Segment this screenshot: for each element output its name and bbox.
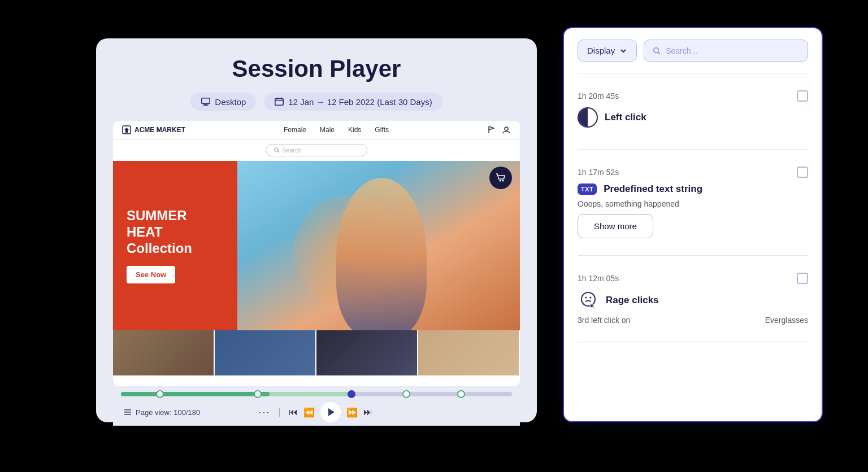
event-checkbox-1[interactable] — [797, 90, 808, 102]
progress-dot-current — [348, 390, 355, 398]
svg-point-19 — [584, 113, 592, 121]
search-placeholder: Search... — [666, 46, 697, 55]
cart-overlay-button[interactable] — [489, 167, 512, 189]
event-time-2: 1h 17m 52s — [578, 168, 619, 177]
panel-search-box[interactable]: Search... — [644, 40, 808, 62]
rage-sub-row: 3rd left click on Everglasses — [578, 316, 808, 325]
progress-area: Page view: 100/180 ··· | ⏮ ⏪ ⏩ ⏭ — [113, 386, 520, 426]
svg-line-10 — [278, 151, 280, 153]
svg-rect-3 — [275, 99, 283, 106]
fast-forward-button[interactable]: ⏩ — [346, 407, 358, 418]
desktop-icon — [201, 97, 211, 107]
svg-rect-0 — [202, 98, 210, 104]
nav-links: Female Male Kids Gifts — [284, 126, 389, 134]
event-time-3: 1h 12m 05s — [578, 274, 619, 283]
event-sub-2: Ooops, something happened — [578, 199, 808, 208]
event-time-1: 1h 20m 45s — [578, 91, 619, 100]
divider-2 — [578, 255, 808, 256]
thumbnail-1 — [113, 330, 215, 375]
thumbnail-2 — [215, 330, 316, 375]
skip-to-end-button[interactable]: ⏭ — [363, 407, 372, 417]
device-badge[interactable]: Desktop — [190, 93, 256, 111]
event-detail-1: Left click — [578, 107, 808, 128]
svg-point-8 — [505, 127, 508, 130]
rage-sub-text: 3rd left click on — [578, 316, 630, 325]
svg-line-18 — [658, 52, 661, 54]
hero-section: SUMMER HEAT Collection See Now — [113, 161, 520, 330]
event-detail-3: Rage clicks — [578, 290, 808, 311]
event-name-1: Left click — [605, 112, 646, 123]
hero-cta-button[interactable]: See Now — [127, 266, 175, 283]
browser-search-input[interactable]: Search — [266, 144, 367, 156]
svg-point-11 — [500, 180, 501, 182]
rage-icon-svg — [578, 290, 598, 311]
svg-point-12 — [502, 180, 504, 182]
event-item-left-click: 1h 20m 45s Left click — [578, 82, 808, 140]
txt-icon: TXT — [578, 183, 597, 195]
svg-point-17 — [654, 47, 659, 53]
thumbnail-4 — [418, 330, 520, 375]
play-icon — [326, 407, 336, 417]
event-time-row-2: 1h 17m 52s — [578, 167, 808, 178]
svg-point-9 — [275, 148, 278, 151]
progress-dot-5 — [457, 390, 465, 398]
cart-icon — [495, 172, 506, 183]
hero-text-box: SUMMER HEAT Collection See Now — [113, 161, 237, 330]
divider-1 — [578, 149, 808, 150]
progress-dot-1 — [156, 390, 164, 398]
search-icon — [652, 46, 661, 55]
center-controls: ··· | ⏮ ⏪ ⏩ ⏭ — [259, 402, 372, 422]
display-dropdown[interactable]: Display — [578, 40, 637, 62]
panel-header: Display Search... — [578, 40, 808, 62]
player-controls: Desktop 12 Jan → 12 Feb 2022 (Last 30 Da… — [113, 93, 520, 111]
event-time-row-1: 1h 20m 45s — [578, 90, 808, 102]
page-view-label: Page view: 100/180 — [123, 408, 200, 417]
thumbnail-3 — [316, 330, 418, 375]
event-time-row-3: 1h 12m 05s — [578, 273, 808, 284]
left-click-icon — [578, 107, 598, 128]
show-more-button[interactable]: Show more — [578, 214, 653, 238]
rage-product: Everglasses — [765, 316, 808, 325]
event-item-rage-clicks: 1h 12m 05s Rage clicks 3rd left click on… — [578, 265, 808, 333]
skip-to-start-button[interactable]: ⏮ — [289, 407, 298, 417]
progress-dot-2 — [254, 390, 262, 398]
event-checkbox-3[interactable] — [797, 273, 808, 284]
hero-title: SUMMER HEAT Collection — [127, 208, 224, 256]
account-icon — [502, 125, 511, 134]
thumbnail-row — [113, 330, 520, 375]
brand-logo-icon — [122, 125, 131, 134]
list-icon — [123, 408, 132, 417]
nav-icons — [487, 125, 511, 134]
player-controls-row: Page view: 100/180 ··· | ⏮ ⏪ ⏩ ⏭ — [121, 402, 512, 422]
event-name-2: Predefined text string — [604, 183, 702, 195]
chevron-down-icon — [619, 47, 627, 55]
page-title: Session Player — [113, 55, 520, 82]
svg-point-20 — [581, 292, 595, 306]
event-item-predefined-text: 1h 17m 52s TXT Predefined text string Oo… — [578, 159, 808, 246]
cursor-icon — [583, 113, 592, 122]
search-icon-small — [274, 147, 280, 153]
rewind-button[interactable]: ⏪ — [303, 407, 315, 418]
divider-top — [578, 73, 808, 73]
event-name-3: Rage clicks — [606, 295, 659, 306]
more-options-button[interactable]: ··· — [259, 407, 271, 418]
svg-marker-16 — [328, 408, 335, 416]
browser-search-bar: Search — [113, 139, 520, 161]
browser-navbar: ACME MARKET Female Male Kids Gifts — [113, 121, 520, 139]
calendar-icon — [274, 97, 284, 107]
event-detail-2: TXT Predefined text string — [578, 183, 808, 195]
progress-track[interactable] — [121, 392, 512, 396]
brand-logo: ACME MARKET — [122, 125, 185, 134]
progress-green — [121, 392, 270, 396]
date-range-badge[interactable]: 12 Jan → 12 Feb 2022 (Last 30 Days) — [264, 93, 442, 111]
hero-image — [237, 161, 520, 330]
right-panel: Display Search... 1h 20m 45s Left — [563, 27, 823, 422]
browser-mockup: ACME MARKET Female Male Kids Gifts — [113, 121, 520, 386]
divider-3 — [578, 342, 808, 342]
event-checkbox-2[interactable] — [797, 167, 808, 178]
svg-point-22 — [590, 297, 592, 299]
flag-icon — [487, 125, 496, 134]
play-button[interactable] — [320, 402, 341, 422]
session-player-card: Session Player Desktop 12 Jan → 12 Feb 2… — [96, 38, 537, 422]
progress-light-green — [270, 392, 355, 396]
